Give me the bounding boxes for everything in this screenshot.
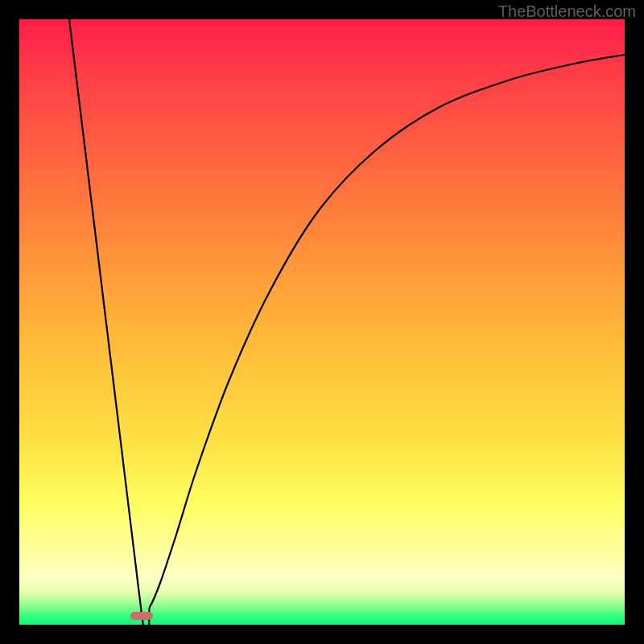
plot-area <box>19 19 625 625</box>
bottleneck-curve <box>19 19 625 625</box>
optimal-marker <box>130 612 153 620</box>
chart-frame: TheBottleneck.com <box>0 0 644 644</box>
watermark-text: TheBottleneck.com <box>498 2 636 21</box>
